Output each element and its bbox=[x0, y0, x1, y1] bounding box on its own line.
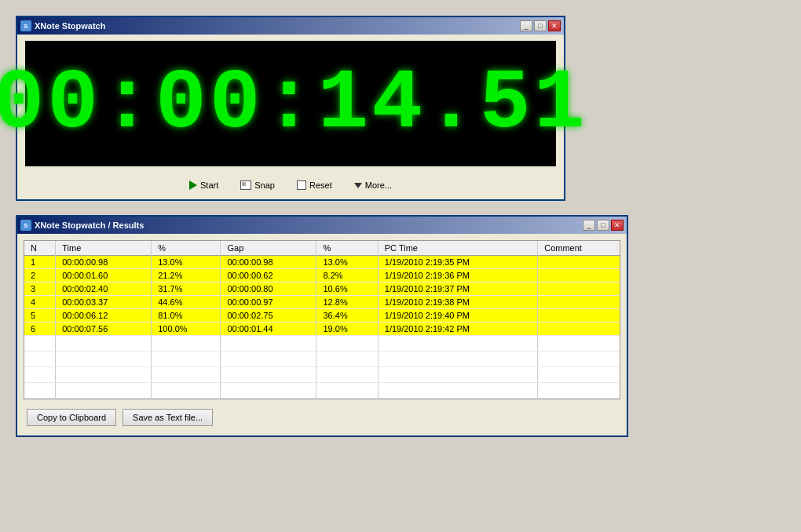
empty-cell bbox=[24, 367, 56, 383]
empty-cell bbox=[56, 352, 152, 367]
results-maximize-button[interactable]: □ bbox=[597, 220, 609, 231]
col-header-gap: Gap bbox=[221, 241, 316, 256]
results-title: XNote Stopwatch / Results bbox=[35, 220, 144, 230]
cell-pc-time: 1/19/2010 2:19:42 PM bbox=[378, 322, 537, 336]
empty-cell bbox=[538, 352, 620, 367]
snap-button[interactable]: Snap bbox=[237, 179, 278, 191]
results-content: N Time % Gap % PC Time Comment 1 00:00:0… bbox=[17, 234, 627, 435]
save-as-text-button[interactable]: Save as Text file... bbox=[123, 409, 213, 426]
cell-comment bbox=[538, 309, 620, 322]
results-close-button[interactable]: ✕ bbox=[611, 220, 624, 231]
cell-time: 00:00:00.98 bbox=[56, 256, 152, 269]
cell-gap-pct: 12.8% bbox=[316, 296, 378, 309]
cell-n: 4 bbox=[24, 296, 56, 309]
cell-gap: 00:00:00.98 bbox=[221, 256, 316, 269]
cell-pc-time: 1/19/2010 2:19:35 PM bbox=[378, 256, 537, 269]
empty-cell bbox=[24, 383, 56, 399]
empty-cell bbox=[221, 336, 316, 352]
empty-cell bbox=[378, 367, 537, 383]
empty-cell bbox=[538, 383, 620, 399]
cell-gap: 00:00:01.44 bbox=[221, 322, 316, 336]
empty-cell bbox=[152, 336, 221, 352]
empty-table-row bbox=[24, 352, 620, 367]
stopwatch-title-bar: S XNote Stopwatch _ □ ✕ bbox=[17, 17, 564, 35]
empty-cell bbox=[316, 367, 378, 383]
empty-cell bbox=[538, 336, 620, 352]
stopwatch-display: 00:00:14.51 bbox=[25, 41, 556, 166]
cell-gap: 00:00:00.80 bbox=[221, 282, 316, 296]
cell-time: 00:00:02.40 bbox=[56, 282, 152, 296]
table-row: 3 00:00:02.40 31.7% 00:00:00.80 10.6% 1/… bbox=[24, 282, 620, 296]
table-header-row: N Time % Gap % PC Time Comment bbox=[24, 241, 620, 256]
close-button[interactable]: ✕ bbox=[548, 20, 561, 31]
table-body: 1 00:00:00.98 13.0% 00:00:00.98 13.0% 1/… bbox=[24, 256, 620, 399]
cell-comment bbox=[538, 296, 620, 309]
cell-n: 5 bbox=[24, 309, 56, 322]
cell-gap-pct: 36.4% bbox=[316, 309, 378, 322]
maximize-button[interactable]: □ bbox=[534, 20, 547, 31]
empty-cell bbox=[221, 367, 316, 383]
empty-cell bbox=[221, 352, 316, 367]
col-header-pct: % bbox=[152, 241, 221, 256]
cell-n: 2 bbox=[24, 269, 56, 282]
empty-cell bbox=[152, 352, 221, 367]
cell-gap: 00:00:02.75 bbox=[221, 309, 316, 322]
cell-comment bbox=[538, 256, 620, 269]
empty-cell bbox=[378, 352, 537, 367]
start-button[interactable]: Start bbox=[186, 179, 221, 191]
start-label: Start bbox=[200, 180, 218, 190]
results-title-controls: _ □ ✕ bbox=[583, 220, 624, 231]
empty-cell bbox=[56, 367, 152, 383]
cell-comment bbox=[538, 322, 620, 336]
results-window: S XNote Stopwatch / Results _ □ ✕ N Time… bbox=[16, 215, 628, 437]
more-button[interactable]: More... bbox=[351, 179, 395, 191]
cell-pct: 13.0% bbox=[152, 256, 221, 269]
cell-time: 00:00:06.12 bbox=[56, 309, 152, 322]
cell-time: 00:00:03.37 bbox=[56, 296, 152, 309]
empty-cell bbox=[316, 336, 378, 352]
cell-pc-time: 1/19/2010 2:19:36 PM bbox=[378, 269, 537, 282]
cell-n: 6 bbox=[24, 322, 56, 336]
copy-to-clipboard-button[interactable]: Copy to Clipboard bbox=[27, 409, 116, 426]
cell-time: 00:00:01.60 bbox=[56, 269, 152, 282]
toolbar: Start Snap Reset More... bbox=[17, 173, 564, 199]
empty-table-row bbox=[24, 383, 620, 399]
reset-button[interactable]: Reset bbox=[294, 179, 335, 191]
results-minimize-button[interactable]: _ bbox=[583, 220, 595, 231]
empty-table-row bbox=[24, 336, 620, 352]
empty-cell bbox=[24, 352, 56, 367]
results-table-container: N Time % Gap % PC Time Comment 1 00:00:0… bbox=[24, 240, 620, 399]
empty-cell bbox=[538, 367, 620, 383]
stopwatch-time: 00:00:14.51 bbox=[0, 61, 587, 146]
cell-comment bbox=[538, 282, 620, 296]
snap-label: Snap bbox=[254, 180, 275, 190]
table-row: 1 00:00:00.98 13.0% 00:00:00.98 13.0% 1/… bbox=[24, 256, 620, 269]
results-title-bar: S XNote Stopwatch / Results _ □ ✕ bbox=[17, 217, 627, 234]
results-title-left: S XNote Stopwatch / Results bbox=[20, 220, 144, 231]
empty-table-row bbox=[24, 367, 620, 383]
more-arrow-icon bbox=[354, 183, 362, 188]
snap-icon bbox=[240, 180, 251, 190]
table-row: 2 00:00:01.60 21.2% 00:00:00.62 8.2% 1/1… bbox=[24, 269, 620, 282]
empty-cell bbox=[316, 352, 378, 367]
cell-pct: 31.7% bbox=[152, 282, 221, 296]
table-row: 5 00:00:06.12 81.0% 00:00:02.75 36.4% 1/… bbox=[24, 309, 620, 322]
cell-pc-time: 1/19/2010 2:19:40 PM bbox=[378, 309, 537, 322]
cell-comment bbox=[538, 269, 620, 282]
table-row: 4 00:00:03.37 44.6% 00:00:00.97 12.8% 1/… bbox=[24, 296, 620, 309]
col-header-n: N bbox=[24, 241, 56, 256]
cell-pc-time: 1/19/2010 2:19:37 PM bbox=[378, 282, 537, 296]
cell-pct: 21.2% bbox=[152, 269, 221, 282]
app-icon: S bbox=[20, 20, 31, 31]
cell-gap: 00:00:00.97 bbox=[221, 296, 316, 309]
cell-gap-pct: 13.0% bbox=[316, 256, 378, 269]
play-icon bbox=[189, 180, 197, 190]
cell-n: 3 bbox=[24, 282, 56, 296]
bottom-bar: Copy to Clipboard Save as Text file... bbox=[24, 406, 620, 429]
reset-label: Reset bbox=[309, 180, 332, 190]
cell-gap-pct: 19.0% bbox=[316, 322, 378, 336]
empty-cell bbox=[378, 336, 537, 352]
cell-pct: 44.6% bbox=[152, 296, 221, 309]
empty-cell bbox=[221, 383, 316, 399]
minimize-button[interactable]: _ bbox=[520, 20, 532, 31]
